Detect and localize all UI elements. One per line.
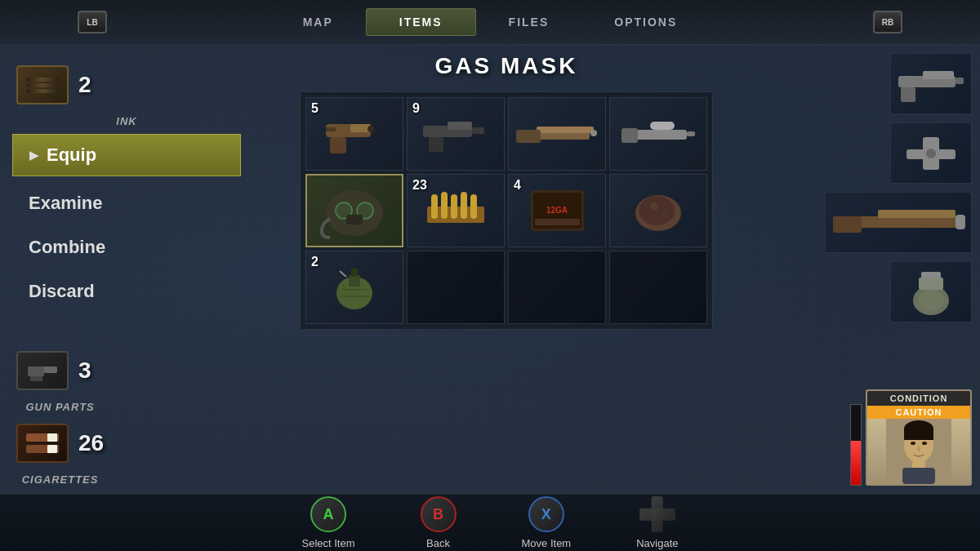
svg-rect-29	[431, 194, 438, 219]
svg-rect-66	[904, 429, 933, 440]
item-title: GAS MASK	[435, 53, 578, 79]
grid-cell-10[interactable]	[508, 251, 606, 324]
cigarettes-icon	[16, 424, 69, 463]
svg-rect-56	[878, 210, 956, 218]
b-button[interactable]: B	[421, 496, 457, 532]
right-item-rifle[interactable]	[825, 192, 972, 253]
cigarettes-label: CIGARETTES	[12, 473, 108, 486]
equip-button[interactable]: Equip	[12, 134, 241, 176]
cell-img-0	[306, 98, 403, 170]
svg-text:12GA: 12GA	[546, 206, 567, 215]
svg-rect-18	[516, 130, 541, 143]
svg-point-40	[650, 202, 658, 211]
cell-img-6: 12GA	[509, 175, 605, 247]
condition-status: CAUTION	[867, 406, 970, 419]
svg-rect-44	[351, 269, 358, 277]
svg-rect-1	[28, 367, 44, 376]
grid-cell-8[interactable]: 2	[305, 251, 403, 324]
nav-tabs: MAP ITEMS FILES OPTIONS	[270, 8, 710, 36]
grid-cell-0[interactable]: 5	[305, 97, 403, 171]
tab-options[interactable]: OPTIONS	[581, 9, 710, 35]
svg-point-54	[926, 149, 936, 158]
svg-point-24	[326, 190, 383, 236]
cell-img-8	[306, 251, 403, 323]
svg-rect-49	[923, 71, 954, 79]
navigate-action[interactable]: Navigate	[636, 496, 678, 549]
bottom-consumables: 3 GUN PARTS 26 CIGARETTES	[12, 347, 108, 486]
a-button[interactable]: A	[310, 496, 346, 532]
svg-rect-21	[650, 122, 675, 130]
tab-items[interactable]: ITEMS	[366, 8, 476, 36]
discard-button[interactable]: Discard	[12, 271, 241, 312]
dpad-icon[interactable]	[639, 496, 675, 532]
svg-point-11	[368, 126, 374, 132]
svg-rect-6	[47, 445, 57, 453]
svg-point-19	[590, 130, 597, 136]
svg-rect-9	[326, 127, 336, 131]
svg-rect-30	[441, 192, 448, 219]
center-panel: GAS MASK 5 9	[261, 45, 751, 494]
combine-button[interactable]: Combine	[12, 227, 241, 268]
gun-parts-label: GUN PARTS	[12, 401, 108, 413]
top-navigation: LB MAP ITEMS FILES OPTIONS RB	[0, 0, 980, 45]
grid-cell-6[interactable]: 4 12GA	[508, 174, 606, 247]
select-item-label: Select Item	[301, 537, 354, 549]
condition-title: CONDITION	[867, 391, 970, 406]
ink-item: 2	[12, 61, 241, 109]
svg-rect-15	[472, 127, 484, 134]
tab-files[interactable]: FILES	[476, 9, 582, 35]
grid-cell-5[interactable]: 23	[407, 174, 505, 247]
grid-cell-7[interactable]	[609, 174, 707, 247]
svg-line-45	[340, 271, 346, 277]
svg-rect-50	[901, 87, 915, 102]
cell-count-1: 9	[412, 101, 420, 116]
svg-rect-17	[537, 127, 594, 133]
svg-rect-27	[346, 215, 363, 224]
health-bar-container	[850, 404, 862, 486]
right-item-claws[interactable]	[890, 122, 972, 184]
svg-point-39	[639, 196, 675, 225]
left-panel: 2 INK Equip Examine Combine Discard 3 GU…	[0, 45, 253, 494]
select-item-action[interactable]: A Select Item	[301, 496, 354, 549]
condition-card: CONDITION CAUTION	[866, 389, 972, 486]
right-item-flask[interactable]	[890, 261, 972, 322]
gun-parts-item: 3	[12, 347, 108, 394]
cigarettes-count: 26	[78, 430, 104, 456]
move-item-label: Move Item	[522, 537, 572, 549]
cell-count-6: 4	[514, 178, 521, 193]
rb-button[interactable]: RB	[873, 11, 902, 33]
ink-count: 2	[78, 72, 91, 98]
svg-rect-43	[349, 275, 360, 287]
tab-map[interactable]: MAP	[270, 9, 366, 35]
cell-img-1	[408, 98, 504, 170]
grid-cell-11[interactable]	[609, 251, 707, 324]
svg-rect-33	[470, 194, 477, 219]
svg-rect-5	[47, 433, 57, 442]
grid-cell-3[interactable]	[609, 97, 707, 171]
svg-rect-51	[956, 78, 964, 84]
cell-count-0: 5	[311, 101, 318, 116]
cell-img-4	[307, 176, 402, 246]
svg-point-67	[911, 442, 915, 445]
x-button[interactable]: X	[528, 496, 564, 532]
gun-parts-count: 3	[78, 358, 91, 384]
condition-portrait	[867, 419, 970, 484]
grid-cell-9[interactable]	[407, 251, 505, 324]
bottom-bar: A Select Item B Back X Move Item Navigat…	[0, 494, 980, 551]
svg-rect-57	[833, 216, 862, 233]
right-item-pistol[interactable]	[890, 53, 972, 114]
ink-label: INK	[12, 115, 241, 127]
lb-button[interactable]: LB	[78, 11, 107, 33]
svg-rect-2	[30, 376, 42, 381]
main-area: 2 INK Equip Examine Combine Discard 3 GU…	[0, 45, 980, 494]
grid-cell-4[interactable]	[305, 174, 403, 247]
examine-button[interactable]: Examine	[12, 183, 241, 224]
svg-rect-37	[535, 219, 580, 225]
back-action[interactable]: B Back	[421, 496, 457, 549]
grid-cell-2[interactable]	[508, 97, 606, 171]
move-item-action[interactable]: X Move Item	[522, 496, 572, 549]
svg-point-41	[662, 211, 668, 218]
grid-cell-1[interactable]: 9	[407, 97, 505, 171]
cell-count-5: 23	[412, 178, 427, 193]
cigarettes-item: 26	[12, 420, 108, 467]
